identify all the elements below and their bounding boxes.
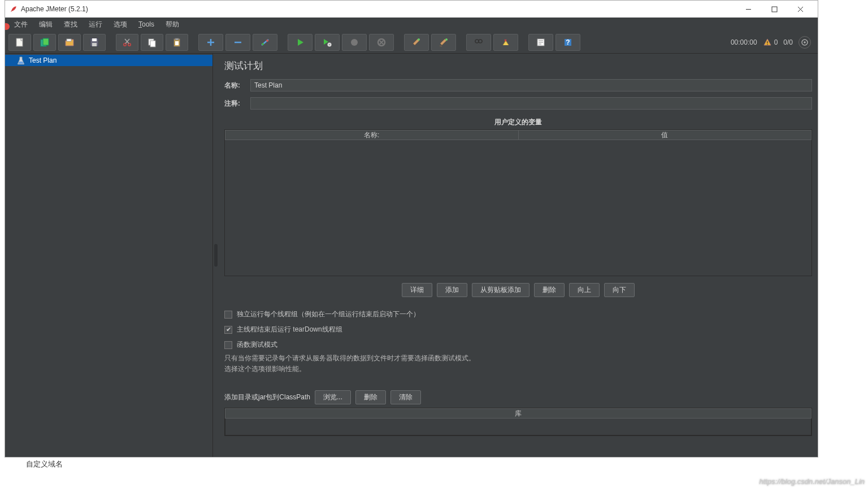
svg-rect-7 <box>92 43 97 46</box>
browse-button[interactable]: 浏览... <box>315 390 351 404</box>
svg-text:?: ? <box>566 38 570 46</box>
svg-point-21 <box>445 38 448 41</box>
test-plan-tree[interactable]: Test Plan <box>5 54 213 457</box>
search-icon[interactable] <box>466 34 491 51</box>
open-icon[interactable] <box>58 34 81 51</box>
functional-test-checkbox[interactable] <box>224 341 232 349</box>
below-window-text: 自定义域名 <box>26 459 63 469</box>
user-vars-body[interactable] <box>225 140 811 276</box>
svg-rect-0 <box>772 7 777 12</box>
name-input[interactable] <box>250 79 812 91</box>
clear-icon[interactable] <box>404 34 429 51</box>
svg-rect-13 <box>175 38 179 40</box>
svg-point-15 <box>262 43 264 45</box>
comment-input[interactable] <box>250 97 812 110</box>
add-from-clipboard-button[interactable]: 从剪贴板添加 <box>472 283 530 297</box>
svg-rect-28 <box>767 44 767 45</box>
plus-icon[interactable] <box>198 34 223 51</box>
save-icon[interactable] <box>83 34 106 51</box>
toolbar: ? 00:00:00 0 0/0 <box>5 31 818 54</box>
start-icon[interactable] <box>288 34 313 51</box>
new-file-icon[interactable] <box>8 34 31 51</box>
warning-icon <box>763 38 772 47</box>
svg-point-22 <box>475 40 479 43</box>
classpath-label: 添加目录或jar包到ClassPath <box>224 393 310 402</box>
hint-text: 只有当你需要记录每个请求从服务器取得的数据到文件时才需要选择函数测试模式。 选择… <box>224 353 812 374</box>
move-up-button[interactable]: 向上 <box>569 283 600 297</box>
menu-help[interactable]: 帮助 <box>161 19 184 30</box>
gear-icon[interactable] <box>798 36 811 49</box>
stop-icon[interactable] <box>342 34 367 51</box>
warning-count: 0 <box>774 38 778 46</box>
svg-point-18 <box>351 39 358 46</box>
splitter[interactable] <box>213 54 219 457</box>
move-down-button[interactable]: 向下 <box>604 283 635 297</box>
col-name: 名称: <box>225 130 519 140</box>
elapsed-time: 00:00:00 <box>731 38 757 46</box>
svg-point-30 <box>804 41 806 43</box>
menu-tools[interactable]: Tools <box>134 19 159 29</box>
functional-test-label: 函数测试模式 <box>237 340 277 350</box>
menu-search[interactable]: 查找 <box>59 19 82 30</box>
delete-button[interactable]: 删除 <box>534 283 565 297</box>
svg-rect-27 <box>767 41 767 43</box>
threads-status: 0/0 <box>783 38 793 46</box>
maximize-button[interactable] <box>761 1 787 18</box>
clear-all-icon[interactable] <box>431 34 456 51</box>
serial-threadgroups-label: 独立运行每个线程组（例如在一个组运行结束后启动下一个） <box>237 310 420 319</box>
cut-icon[interactable] <box>116 34 138 51</box>
watermark-text: https://blog.csdn.net/Janson_Lin <box>760 477 865 486</box>
minus-icon[interactable] <box>225 34 250 51</box>
minimize-button[interactable] <box>735 1 761 18</box>
panel-title: 测试计划 <box>224 59 812 72</box>
cp-delete-button[interactable]: 删除 <box>355 390 386 404</box>
start-remote-icon[interactable] <box>315 34 340 51</box>
templates-icon[interactable] <box>33 34 56 51</box>
tree-root-label: Test Plan <box>29 56 57 64</box>
teardown-label: 主线程结束后运行 tearDown线程组 <box>237 325 342 334</box>
app-window: Apache JMeter (5.2.1) 文件 编辑 查找 运行 选项 Too… <box>5 0 818 457</box>
shutdown-icon[interactable] <box>369 34 394 51</box>
svg-rect-11 <box>150 41 155 47</box>
menubar: 文件 编辑 查找 运行 选项 Tools 帮助 <box>5 18 818 31</box>
copy-icon[interactable] <box>141 34 163 51</box>
user-vars-title: 用户定义的变量 <box>224 117 812 127</box>
close-button[interactable] <box>787 1 813 18</box>
function-helper-icon[interactable] <box>528 34 553 51</box>
col-value: 值 <box>519 130 811 140</box>
teardown-checkbox[interactable] <box>224 326 232 334</box>
menu-options[interactable]: 选项 <box>109 19 132 30</box>
library-table[interactable]: 库 <box>224 408 812 436</box>
detail-button[interactable]: 详细 <box>402 283 432 297</box>
flask-icon <box>16 56 25 65</box>
svg-rect-6 <box>92 38 97 41</box>
svg-point-16 <box>266 40 268 42</box>
lib-col: 库 <box>225 409 811 418</box>
warning-indicator[interactable]: 0 <box>763 38 778 47</box>
name-label: 名称: <box>224 81 250 90</box>
menu-file[interactable]: 文件 <box>10 19 32 30</box>
tree-root-testplan[interactable]: Test Plan <box>5 55 212 66</box>
add-button[interactable]: 添加 <box>437 283 467 297</box>
toggle-icon[interactable] <box>253 34 277 51</box>
svg-rect-3 <box>43 38 49 45</box>
app-feather-icon <box>10 5 18 13</box>
reset-search-icon[interactable] <box>493 34 518 51</box>
svg-rect-4 <box>67 39 71 41</box>
user-vars-table[interactable]: 名称: 值 <box>224 129 812 276</box>
svg-point-20 <box>418 38 420 41</box>
titlebar: Apache JMeter (5.2.1) <box>5 1 818 18</box>
menu-edit[interactable]: 编辑 <box>34 19 57 30</box>
main-panel: 测试计划 名称: 注释: 用户定义的变量 名称: 值 详细 添加 从剪贴板 <box>219 54 818 457</box>
paste-icon[interactable] <box>166 34 188 51</box>
svg-point-23 <box>479 40 482 43</box>
svg-rect-14 <box>175 41 179 45</box>
menu-run[interactable]: 运行 <box>84 19 107 30</box>
window-title: Apache JMeter (5.2.1) <box>21 5 88 13</box>
serial-threadgroups-checkbox[interactable] <box>224 311 232 319</box>
help-icon[interactable]: ? <box>555 34 580 51</box>
comment-label: 注释: <box>224 99 250 108</box>
cp-clear-button[interactable]: 清除 <box>390 390 421 404</box>
